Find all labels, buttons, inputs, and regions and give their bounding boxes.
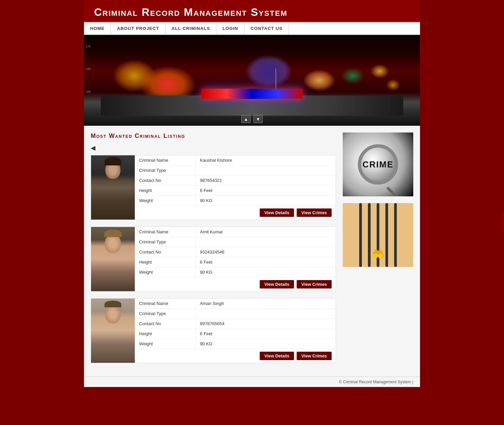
height-mark-170: 170 bbox=[86, 67, 91, 71]
info-row-name-1: Criminal Name Kaushal Kishore bbox=[135, 155, 336, 165]
label-height-2: Height bbox=[135, 257, 196, 267]
value-weight-1: 90 KG bbox=[196, 196, 336, 205]
info-row-contact-1: Contact No 987654321 bbox=[135, 176, 336, 186]
value-criminal-type-3 bbox=[196, 309, 336, 318]
prison-bar-5 bbox=[394, 203, 397, 267]
view-crimes-button-2[interactable]: View Crimes bbox=[297, 280, 332, 288]
criminal-card: Criminal Name Kaushal Kishore Criminal T… bbox=[91, 155, 336, 220]
value-height-2: 6 Feet bbox=[196, 257, 336, 267]
listing-title: Most Wanted Criminal Listing bbox=[91, 132, 336, 140]
value-contact-1: 987654321 bbox=[196, 176, 336, 185]
label-height-3: Height bbox=[135, 329, 196, 339]
info-row-type-2: Criminal Type bbox=[135, 237, 336, 247]
criminal-photo-1 bbox=[91, 155, 135, 220]
footer-separator: | bbox=[412, 380, 413, 384]
info-row-height-2: Height 6 Feet bbox=[135, 257, 336, 267]
criminal-card-3: Criminal Name Aman Singh Criminal Type C… bbox=[91, 298, 336, 363]
value-contact-2: 9324324546 bbox=[196, 247, 336, 257]
label-criminal-type-2: Criminal Type bbox=[135, 237, 196, 247]
criminal-photo-2 bbox=[91, 227, 135, 291]
nav-login[interactable]: Login bbox=[216, 23, 245, 34]
label-weight-2: Weight bbox=[135, 267, 196, 277]
info-row-type-1: Criminal Type bbox=[135, 165, 336, 176]
view-details-button-2[interactable]: View Details bbox=[260, 280, 294, 288]
siren-bar bbox=[202, 89, 302, 99]
info-row-contact-3: Contact No 8978765654 bbox=[135, 319, 336, 329]
scrollbar-indicator[interactable] bbox=[501, 212, 504, 233]
view-details-button-1[interactable]: View Details bbox=[260, 208, 294, 217]
info-row-contact-2: Contact No 9324324546 bbox=[135, 247, 336, 257]
value-weight-2: 90 KG bbox=[196, 267, 336, 277]
crime-image-container: CRIME bbox=[343, 132, 413, 196]
label-criminal-type-3: Criminal Type bbox=[135, 309, 196, 318]
value-criminal-name-2: Amit Kumar bbox=[196, 227, 336, 237]
view-crimes-button-1[interactable]: View Crimes bbox=[297, 208, 332, 217]
info-row-weight-2: Weight 90 KG bbox=[135, 267, 336, 277]
footer: © Criminal Record Management System | bbox=[84, 377, 420, 387]
main-content: Most Wanted Criminal Listing ◀ Criminal … bbox=[84, 126, 420, 377]
footer-text: © Criminal Record Management System bbox=[339, 380, 411, 384]
magnifying-glass-handle bbox=[386, 186, 400, 196]
value-contact-3: 8978765654 bbox=[196, 319, 336, 329]
label-height-1: Height bbox=[135, 186, 196, 195]
info-actions-2: View Details View Crimes bbox=[135, 277, 336, 291]
height-mark-175: 175 bbox=[86, 45, 91, 48]
crime-text: CRIME bbox=[363, 160, 393, 169]
info-row-name-2: Criminal Name Amit Kumar bbox=[135, 227, 336, 237]
prison-image-container: 🤲 bbox=[343, 203, 413, 267]
value-height-3: 6 Feet bbox=[196, 329, 336, 339]
info-row-weight-3: Weight 90 KG bbox=[135, 339, 336, 349]
criminal-info-1: Criminal Name Kaushal Kishore Criminal T… bbox=[135, 155, 336, 220]
view-details-button-3[interactable]: View Details bbox=[260, 352, 294, 360]
info-row-weight-1: Weight 90 KG bbox=[135, 196, 336, 206]
navbar: Home About Project All Criminals Login C… bbox=[84, 23, 420, 35]
value-criminal-type-1 bbox=[196, 165, 336, 175]
prison-bar-1 bbox=[359, 203, 362, 267]
prison-hands-icon: 🤲 bbox=[371, 247, 385, 260]
sidebar: CRIME 🤲 bbox=[343, 132, 413, 370]
info-row-height-3: Height 6 Feet bbox=[135, 329, 336, 339]
label-weight-3: Weight bbox=[135, 339, 196, 349]
prison-image: 🤲 bbox=[343, 203, 413, 267]
label-contact-1: Contact No bbox=[135, 176, 196, 185]
label-contact-3: Contact No bbox=[135, 319, 196, 329]
value-weight-3: 90 KG bbox=[196, 339, 336, 349]
label-criminal-name-2: Criminal Name bbox=[135, 227, 196, 237]
prison-bar-2 bbox=[368, 203, 371, 267]
header: Criminal Record Management System bbox=[84, 0, 420, 23]
criminal-info-2: Criminal Name Amit Kumar Criminal Type C… bbox=[135, 227, 336, 291]
info-row-height-1: Height 6 Feet bbox=[135, 186, 336, 196]
nav-about[interactable]: About Project bbox=[111, 23, 165, 34]
carousel-down-button[interactable]: ▼ bbox=[253, 115, 263, 123]
nav-contact[interactable]: Contact Us bbox=[245, 23, 289, 34]
label-criminal-type-1: Criminal Type bbox=[135, 165, 196, 175]
prev-arrow[interactable]: ◀ bbox=[91, 145, 95, 152]
nav-home[interactable]: Home bbox=[84, 23, 111, 34]
criminal-info-3: Criminal Name Aman Singh Criminal Type C… bbox=[135, 299, 336, 363]
crime-image: CRIME bbox=[343, 132, 413, 196]
carousel-up-button[interactable]: ▲ bbox=[241, 115, 251, 123]
value-criminal-name-3: Aman Singh bbox=[196, 299, 336, 308]
view-crimes-button-3[interactable]: View Crimes bbox=[297, 352, 332, 360]
criminal-photo-3 bbox=[91, 299, 135, 363]
label-criminal-name-3: Criminal Name bbox=[135, 299, 196, 308]
label-contact-2: Contact No bbox=[135, 247, 196, 257]
info-actions-3: View Details View Crimes bbox=[135, 349, 336, 363]
value-height-1: 6 Feet bbox=[196, 186, 336, 195]
info-actions-1: View Details View Crimes bbox=[135, 206, 336, 220]
criminal-card-2: Criminal Name Amit Kumar Criminal Type C… bbox=[91, 227, 336, 292]
antenna bbox=[276, 69, 276, 89]
hero-banner: 175 170 165 160 ▲ ▼ bbox=[84, 35, 420, 126]
magnifying-glass-icon: CRIME bbox=[358, 144, 398, 185]
info-row-name-3: Criminal Name Aman Singh bbox=[135, 299, 336, 309]
prison-bar-4 bbox=[385, 203, 388, 267]
site-title: Criminal Record Management System bbox=[94, 6, 410, 18]
info-row-type-3: Criminal Type bbox=[135, 309, 336, 319]
carousel-controls: ▲ ▼ bbox=[241, 115, 263, 123]
value-criminal-type-2 bbox=[196, 237, 336, 247]
listing-area: Most Wanted Criminal Listing ◀ Criminal … bbox=[91, 132, 336, 370]
value-criminal-name-1: Kaushal Kishore bbox=[196, 155, 336, 165]
nav-criminals[interactable]: All Criminals bbox=[166, 23, 217, 34]
label-criminal-name-1: Criminal Name bbox=[135, 155, 196, 165]
label-weight-1: Weight bbox=[135, 196, 196, 205]
